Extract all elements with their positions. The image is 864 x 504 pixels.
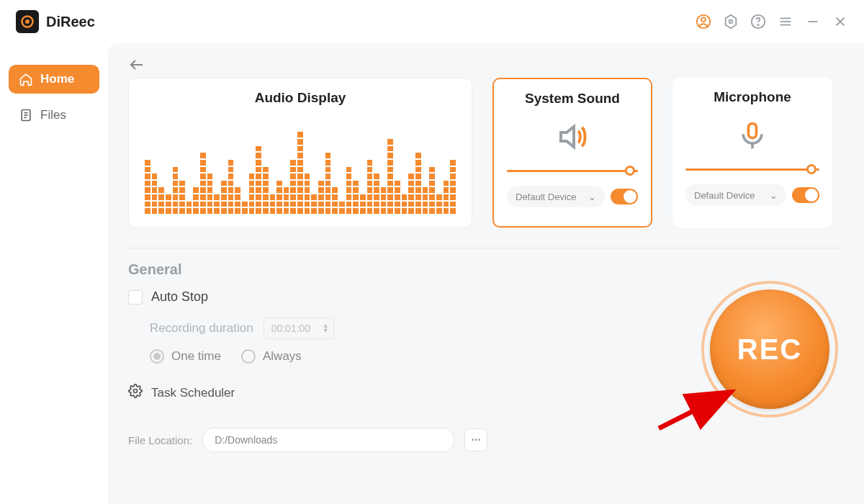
svg-point-21 bbox=[134, 390, 138, 393]
svg-point-5 bbox=[729, 20, 733, 24]
system-volume-slider[interactable] bbox=[507, 166, 638, 176]
sidebar-item-files[interactable]: Files bbox=[9, 101, 99, 130]
sidebar-item-home[interactable]: Home bbox=[9, 65, 99, 94]
back-button[interactable] bbox=[128, 56, 145, 73]
settings-hex-icon[interactable] bbox=[723, 14, 739, 30]
speaker-icon bbox=[555, 118, 590, 156]
files-icon bbox=[19, 108, 33, 122]
recording-duration-label: Recording duration bbox=[150, 321, 253, 336]
titlebar: DiReec bbox=[0, 0, 864, 43]
browse-button[interactable]: ··· bbox=[464, 428, 487, 451]
recording-duration-input[interactable]: 00:01:00 ▲▼ bbox=[264, 318, 334, 339]
hamburger-menu-icon[interactable] bbox=[778, 14, 793, 30]
system-sound-toggle[interactable] bbox=[611, 189, 638, 204]
audio-waveform bbox=[142, 113, 459, 214]
record-label: REC bbox=[737, 333, 802, 366]
record-button-wrap: REC bbox=[701, 281, 838, 418]
chevron-down-icon: ⌄ bbox=[770, 190, 778, 201]
svg-rect-19 bbox=[749, 124, 757, 138]
user-icon[interactable] bbox=[696, 14, 711, 30]
app-logo-icon bbox=[16, 10, 39, 33]
microphone-card[interactable]: Microphone Default Device ⌄ bbox=[672, 78, 832, 228]
file-location-input[interactable]: D:/Downloads bbox=[202, 428, 454, 452]
svg-point-3 bbox=[701, 17, 706, 22]
microphone-icon bbox=[737, 117, 768, 154]
brand: DiReec bbox=[16, 10, 95, 33]
close-icon[interactable] bbox=[832, 14, 848, 30]
gear-icon bbox=[128, 384, 143, 402]
svg-point-1 bbox=[25, 19, 30, 24]
mic-device-select[interactable]: Default Device ⌄ bbox=[685, 184, 786, 206]
file-location-value: D:/Downloads bbox=[215, 434, 277, 446]
sidebar-item-label: Home bbox=[40, 72, 74, 86]
system-device-value: Default Device bbox=[516, 192, 577, 202]
recording-duration-value: 00:01:00 bbox=[271, 323, 311, 334]
auto-stop-label: Auto Stop bbox=[151, 289, 208, 305]
system-sound-card[interactable]: System Sound Default Device ⌄ bbox=[492, 78, 652, 228]
record-button[interactable]: REC bbox=[710, 289, 829, 409]
general-section-title: General bbox=[128, 261, 844, 278]
one-time-label: One time bbox=[171, 349, 221, 364]
microphone-toggle[interactable] bbox=[792, 187, 819, 203]
app-name: DiReec bbox=[46, 14, 95, 30]
sidebar-item-label: Files bbox=[40, 108, 66, 122]
always-label: Always bbox=[263, 349, 302, 364]
file-location-label: File Location: bbox=[128, 434, 192, 446]
titlebar-icons bbox=[696, 14, 848, 30]
mic-device-value: Default Device bbox=[694, 190, 755, 201]
stepper-icon[interactable]: ▲▼ bbox=[323, 323, 329, 333]
system-device-select[interactable]: Default Device ⌄ bbox=[507, 186, 605, 207]
minimize-icon[interactable] bbox=[805, 14, 821, 30]
sidebar: Home Files bbox=[0, 43, 108, 504]
divider bbox=[128, 248, 844, 248]
always-radio[interactable]: Always bbox=[241, 349, 302, 364]
radio-icon bbox=[241, 349, 256, 364]
main-panel: Audio Display System Sound Default Devic… bbox=[108, 43, 864, 504]
system-sound-title: System Sound bbox=[525, 91, 620, 107]
help-icon[interactable] bbox=[750, 14, 766, 30]
one-time-radio[interactable]: One time bbox=[150, 349, 221, 364]
microphone-title: Microphone bbox=[714, 89, 791, 105]
home-icon bbox=[19, 72, 33, 86]
task-scheduler-label: Task Scheduler bbox=[151, 386, 235, 400]
audio-display-card: Audio Display bbox=[128, 78, 472, 228]
chevron-down-icon: ⌄ bbox=[588, 192, 596, 202]
audio-display-title: Audio Display bbox=[142, 90, 459, 106]
auto-stop-checkbox[interactable] bbox=[128, 290, 143, 305]
svg-marker-4 bbox=[726, 15, 737, 28]
svg-point-7 bbox=[757, 24, 758, 25]
radio-icon bbox=[150, 349, 164, 364]
mic-volume-slider[interactable] bbox=[685, 164, 819, 174]
